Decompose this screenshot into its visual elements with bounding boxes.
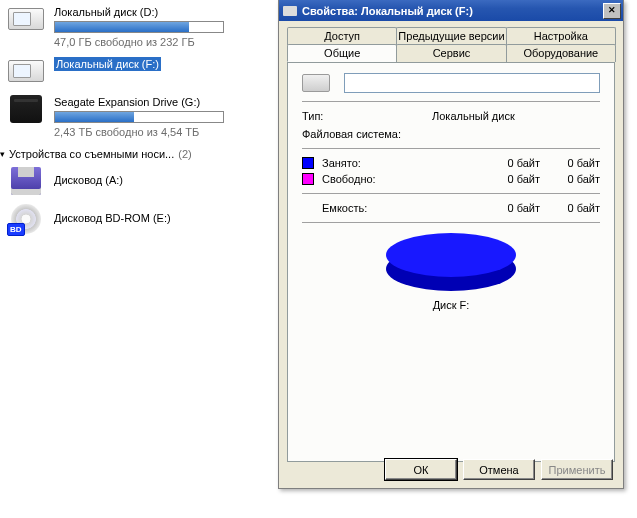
capacity-bytes-2: 0 байт	[540, 202, 600, 214]
type-value: Локальный диск	[432, 110, 515, 122]
drive-label: Локальный диск (F:)	[54, 57, 161, 71]
capacity-bytes: 0 байт	[480, 202, 540, 214]
tab-access[interactable]: Доступ	[287, 27, 397, 45]
properties-dialog: Свойства: Локальный диск (F:) ✕ Доступ П…	[278, 0, 624, 489]
bd-disc-icon: BD	[11, 204, 41, 234]
dialog-titlebar[interactable]: Свойства: Локальный диск (F:) ✕	[279, 0, 623, 21]
bd-badge: BD	[7, 223, 25, 236]
drive-sub: 2,43 ТБ свободно из 4,54 ТБ	[54, 125, 224, 139]
tab-customize[interactable]: Настройка	[506, 27, 616, 45]
drive-label: Дисковод (A:)	[54, 174, 123, 186]
close-button[interactable]: ✕	[603, 3, 621, 19]
tab-hardware[interactable]: Оборудование	[506, 44, 616, 62]
disk-usage-pie	[386, 233, 516, 291]
drive-sub: 47,0 ГБ свободно из 232 ГБ	[54, 35, 224, 49]
floppy-icon	[11, 167, 41, 195]
drive-item-g[interactable]: Seagate Expansion Drive (G:) 2,43 ТБ сво…	[0, 90, 236, 142]
used-color-swatch	[302, 157, 314, 169]
hdd-icon	[8, 60, 44, 82]
pie-caption: Диск F:	[302, 299, 600, 311]
volume-label-input[interactable]	[344, 73, 600, 93]
type-label: Тип:	[302, 110, 432, 122]
tab-tools[interactable]: Сервис	[396, 44, 506, 62]
drive-item-f[interactable]: Локальный диск (F:)	[0, 52, 236, 90]
apply-button[interactable]: Применить	[541, 459, 613, 480]
used-label: Занято:	[322, 157, 480, 169]
chevron-down-icon: ▾	[0, 149, 5, 159]
drive-item-d[interactable]: Локальный диск (D:) 47,0 ГБ свободно из …	[0, 0, 236, 52]
free-label: Свободно:	[322, 173, 480, 185]
capacity-bar	[54, 21, 224, 33]
drive-label: Seagate Expansion Drive (G:)	[54, 96, 200, 108]
drive-mini-icon	[302, 74, 330, 92]
drive-label: Локальный диск (D:)	[54, 6, 158, 18]
dialog-title: Свойства: Локальный диск (F:)	[302, 5, 603, 17]
free-bytes-2: 0 байт	[540, 173, 600, 185]
separator	[302, 222, 600, 223]
external-drive-icon	[10, 95, 42, 123]
free-color-swatch	[302, 173, 314, 185]
drive-item-e[interactable]: BD Дисковод BD-ROM (E:)	[0, 200, 236, 238]
drive-label: Дисковод BD-ROM (E:)	[54, 212, 171, 224]
group-header-removable[interactable]: ▾ Устройства со съемными носи... (2)	[0, 146, 236, 162]
explorer-drive-list: Локальный диск (D:) 47,0 ГБ свободно из …	[0, 0, 236, 518]
capacity-bar	[54, 111, 224, 123]
separator	[302, 193, 600, 194]
used-bytes: 0 байт	[480, 157, 540, 169]
used-bytes-2: 0 байт	[540, 157, 600, 169]
ok-button[interactable]: ОК	[385, 459, 457, 480]
hdd-icon	[8, 8, 44, 30]
group-header-label: Устройства со съемными носи...	[9, 148, 174, 160]
drive-item-a[interactable]: Дисковод (A:)	[0, 162, 236, 200]
separator	[302, 101, 600, 102]
filesystem-label: Файловая система:	[302, 128, 432, 140]
drive-mini-icon	[283, 6, 297, 16]
capacity-label: Емкость:	[322, 202, 480, 214]
separator	[302, 148, 600, 149]
tab-previous-versions[interactable]: Предыдущие версии	[396, 27, 506, 45]
free-bytes: 0 байт	[480, 173, 540, 185]
cancel-button[interactable]: Отмена	[463, 459, 535, 480]
tab-general[interactable]: Общие	[287, 44, 397, 62]
group-header-count: (2)	[178, 148, 191, 160]
tab-panel-general: Тип: Локальный диск Файловая система: За…	[287, 62, 615, 462]
